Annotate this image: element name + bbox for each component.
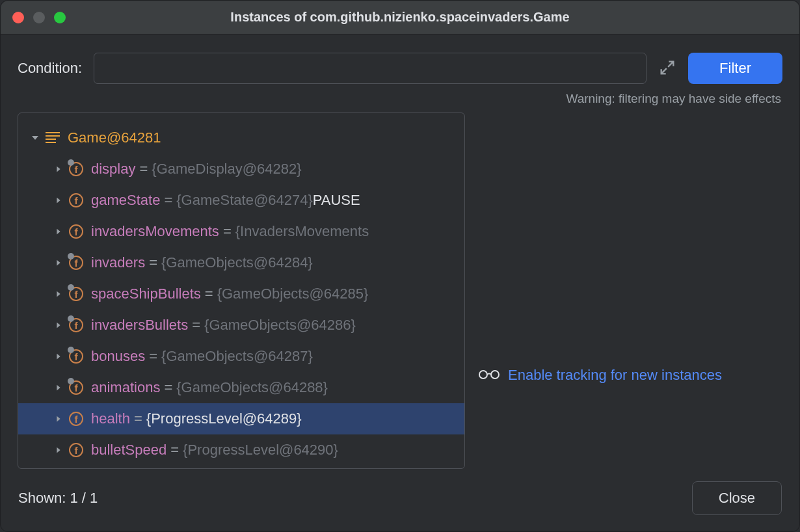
tree-root[interactable]: Game@64281 — [18, 122, 464, 153]
field-value: {ProgressLevel@64290} — [183, 442, 338, 459]
field-icon: f — [69, 318, 83, 332]
chevron-right-icon[interactable] — [52, 289, 65, 299]
condition-label: Condition: — [18, 60, 82, 77]
enable-tracking-link[interactable]: Enable tracking for new instances — [508, 367, 722, 384]
field-name: spaceShipBullets — [91, 286, 201, 302]
field-name: invaders — [91, 254, 145, 271]
chevron-right-icon[interactable] — [52, 196, 65, 205]
field-name: display — [91, 161, 135, 178]
chevron-right-icon[interactable] — [52, 258, 65, 267]
chevron-right-icon[interactable] — [52, 165, 65, 174]
chevron-right-icon[interactable] — [52, 352, 65, 361]
root-label: Game@64281 — [68, 129, 161, 146]
expand-icon[interactable] — [658, 59, 676, 79]
field-extra: PAUSE — [313, 192, 360, 209]
field-icon: f — [69, 412, 83, 426]
field-icon: f — [69, 193, 83, 207]
shown-count: Shown: 1 / 1 — [18, 490, 98, 507]
tracking-row: Enable tracking for new instances — [478, 113, 782, 469]
field-value: {GameState@64274} — [176, 192, 312, 209]
svg-point-4 — [479, 371, 487, 379]
window-title: Instances of com.github.nizienko.spacein… — [1, 10, 799, 25]
footer: Shown: 1 / 1 Close — [0, 470, 800, 532]
maximize-window-icon[interactable] — [54, 12, 66, 23]
tree-field-row[interactable]: finvaders = {GameObjects@64284} — [18, 247, 464, 278]
field-value: {GameObjects@64287} — [161, 348, 313, 365]
field-name: bulletSpeed — [91, 442, 167, 459]
condition-row: Condition: Filter — [1, 34, 799, 89]
class-icon — [44, 131, 61, 145]
field-name: animations — [91, 379, 160, 396]
field-name: bonuses — [91, 348, 145, 365]
condition-input[interactable] — [94, 53, 647, 84]
titlebar: Instances of com.github.nizienko.spacein… — [1, 1, 799, 34]
field-icon: f — [69, 380, 83, 395]
minimize-window-icon[interactable] — [33, 12, 45, 23]
tree-field-row[interactable]: fhealth = {ProgressLevel@64289} — [18, 403, 464, 434]
field-value: {GameObjects@64288} — [176, 379, 328, 396]
filter-button[interactable]: Filter — [688, 53, 782, 84]
chevron-right-icon[interactable] — [52, 446, 65, 455]
chevron-right-icon[interactable] — [52, 414, 65, 423]
field-value: {GameObjects@64286} — [204, 317, 356, 334]
close-button[interactable]: Close — [692, 481, 782, 515]
field-name: health — [91, 410, 130, 427]
field-icon: f — [69, 162, 83, 176]
svg-point-5 — [491, 371, 499, 379]
field-icon: f — [69, 443, 83, 457]
tree-field-row[interactable]: finvadersMovements = {InvadersMovements — [18, 216, 464, 247]
field-icon: f — [69, 287, 83, 301]
field-value: {GameObjects@64284} — [161, 254, 313, 271]
chevron-right-icon[interactable] — [52, 383, 65, 392]
glasses-icon — [478, 367, 500, 384]
tree-field-row[interactable]: finvadersBullets = {GameObjects@64286} — [18, 310, 464, 341]
tree-field-row[interactable]: fspaceShipBullets = {GameObjects@64285} — [18, 278, 464, 310]
instances-tree[interactable]: Game@64281 fdisplay = {GameDisplay@64282… — [18, 113, 465, 469]
chevron-right-icon[interactable] — [52, 227, 65, 236]
field-icon: f — [69, 349, 83, 364]
field-name: invadersMovements — [91, 223, 219, 240]
tree-field-row[interactable]: fanimations = {GameObjects@64288} — [18, 372, 464, 403]
tree-field-row[interactable]: fbulletSpeed = {ProgressLevel@64290} — [18, 434, 464, 466]
chevron-down-icon[interactable] — [29, 133, 42, 143]
field-value: {ProgressLevel@64289} — [146, 410, 302, 427]
field-value: {InvadersMovements — [235, 223, 369, 240]
field-icon: f — [69, 224, 83, 239]
window-controls — [12, 12, 66, 23]
field-value: {GameDisplay@64282} — [152, 161, 301, 178]
field-icon: f — [69, 256, 83, 270]
field-name: invadersBullets — [91, 317, 188, 334]
tree-field-row[interactable]: fbonuses = {GameObjects@64287} — [18, 341, 464, 372]
tree-field-row[interactable]: fgameState = {GameState@64274} PAUSE — [18, 185, 464, 216]
tree-field-row[interactable]: fdisplay = {GameDisplay@64282} — [18, 153, 464, 185]
field-value: {GameObjects@64285} — [217, 286, 369, 302]
field-name: gameState — [91, 192, 160, 209]
filter-warning: Warning: filtering may have side effects — [1, 89, 799, 113]
close-window-icon[interactable] — [12, 12, 24, 23]
chevron-right-icon[interactable] — [52, 321, 65, 330]
